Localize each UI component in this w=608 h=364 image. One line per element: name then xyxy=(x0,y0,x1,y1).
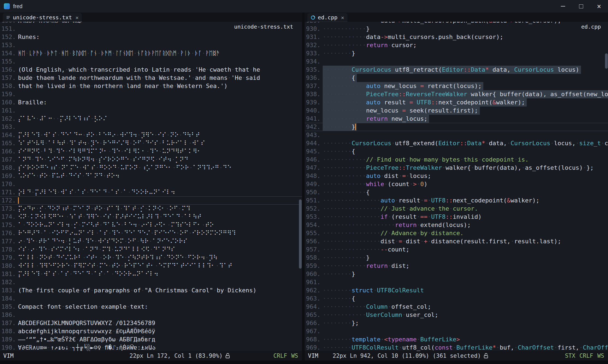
code-line[interactable]: 946.············//·Find·out·how·many·byt… xyxy=(305,156,608,164)
code-line[interactable]: 166.⠎⠊⠛⠝⠫·⠃⠹·⠹⠑·⠊⠇⠻⠛⠹⠍⠁⠝⠂·⠹⠑·⠊⠇⠻⠅⠂·⠹⠑·⠥⠝… xyxy=(0,147,302,156)
code-line[interactable]: 933.········} xyxy=(305,49,608,57)
code-viewport-right[interactable]: 929.················data->multi_cursors.… xyxy=(305,22,608,351)
code-line[interactable]: 167.⠁⠝⠙·⠹⠑·⠡⠊⠑⠋·⠍⠳⠗⠝⠻⠲·⡎⠊⠗⠕⠕⠛⠑·⠎⠊⠛⠝⠫·⠊⠞⠲… xyxy=(0,156,302,164)
line-number: 167. xyxy=(0,156,16,164)
code-line[interactable]: 939.············auto·result·=·UTF8::next… xyxy=(305,98,608,107)
code-line[interactable]: 938.············PieceTree::ReverseTreeWa… xyxy=(305,90,608,98)
code-line[interactable]: 935.········CursorLocus·utf8_retract(Edi… xyxy=(305,66,608,74)
code-line[interactable]: 956.················dist·=·dist·+·distan… xyxy=(305,237,608,245)
code-line[interactable]: 943. xyxy=(305,131,608,139)
code-line[interactable]: 178.⠊⠎·⠔·⠹⠑·⠎⠊⠍⠊⠇⠑⠆·⠁⠝⠙·⠍⠹·⠥⠝⠙⠁⠇⠇⠪⠫·⠙⠁⠝⠙… xyxy=(0,245,302,254)
code-line[interactable]: 934. xyxy=(305,57,608,66)
code-line[interactable]: 155. xyxy=(0,57,302,66)
lock-icon[interactable] xyxy=(484,353,489,359)
code-line[interactable]: 168.⡎⠊⠗⠕⠕⠛⠑⠰⠎·⠝⠁⠍⠑·⠺⠁⠎·⠛⠕⠕⠙·⠥⠏⠕⠝·⠰⡡⠁⠝⠛⠑⠂… xyxy=(0,164,302,172)
scrollbar-thumb[interactable] xyxy=(299,199,302,269)
code-line[interactable]: 152.Runes: xyxy=(0,33,302,41)
code-line[interactable]: 174.⠪⠝·⠅⠝⠪⠇⠫⠛⠑⠂·⠱⠁⠞·⠹⠻⠑·⠊⠎·⠏⠜⠞⠊⠊⠥⠇⠜⠇⠹·⠙⠑… xyxy=(0,213,302,221)
code-line[interactable]: 156.(Old·English,·which·transcribed·into… xyxy=(0,66,302,74)
scrollbar-right[interactable] xyxy=(605,22,608,351)
scrollbar-thumb[interactable] xyxy=(605,53,608,69)
code-line[interactable]: 187.ABCDEFGHIJKLMNOPQRSTUVWXYZ·/01234567… xyxy=(0,319,302,327)
code-line[interactable]: 961. xyxy=(305,278,608,286)
code-line[interactable]: 176.⠗⠑⠛⠜⠙·⠁·⠊⠕⠋⠋⠔⠤⠝⠁⠊⠇·⠁⠎·⠹⠑·⠙⠑⠁⠙⠑⠌·⠏⠊⠑⠊… xyxy=(0,229,302,237)
code-line[interactable]: 937.············auto·new_locus·=·retract… xyxy=(305,82,608,90)
code-line[interactable]: 963.········{ xyxy=(305,295,608,303)
code-line[interactable]: 941.············return·new_locus; xyxy=(305,115,608,123)
code-line[interactable]: 164.⡍⠜⠇⠑⠹·⠺⠁⠎·⠙⠑⠁⠙⠒·⠞⠕·⠃⠑⠛⠔·⠺⠊⠹⠲·⡹⠻⠑·⠊⠎·… xyxy=(0,131,302,139)
code-line[interactable]: 947.············PieceTree::TreeWalker·wa… xyxy=(305,164,608,172)
code-line[interactable]: 161. xyxy=(0,107,302,115)
code-line[interactable]: 952.················//·Just·advance·the·… xyxy=(305,205,608,213)
code-line[interactable]: 154.ᚻᛖ·ᚳᚹᚫᚦ·ᚦᚫᛏ·ᚻᛖ·ᛒᚢᛞᛖ·ᚩᚾ·ᚦᚫᛗ·ᛚᚪᚾᛞᛖ·ᚾᚩᚱ… xyxy=(0,49,302,57)
line-ending-indicator[interactable]: CRLF xyxy=(273,353,287,359)
code-line[interactable]: 165.⠱⠁⠞⠑⠧⠻·⠁⠃⠳⠞·⠹⠁⠞⠲·⡹⠑·⠗⠑⠛⠊⠌⠻·⠕⠋·⠙⠊⠎·⠃⠥… xyxy=(0,139,302,147)
code-line[interactable]: 950.············{ xyxy=(305,188,608,196)
code-line[interactable]: 944.········CursorLocus·utf8_extend(Edit… xyxy=(305,139,608,147)
code-line[interactable]: 964.············Column·offset_col; xyxy=(305,303,608,311)
code-line[interactable]: 945.········{ xyxy=(305,147,608,156)
code-line[interactable]: 929.················data->multi_cursors.… xyxy=(305,22,608,25)
code-line[interactable]: 959.············return·dist; xyxy=(305,262,608,270)
code-line[interactable]: 179.⠩⠁⠇⠇·⠝⠕⠞·⠙⠊⠌⠥⠗⠃·⠊⠞⠂·⠕⠗·⠹⠑·⡊⠳⠝⠞⠗⠹⠰⠎·⠙… xyxy=(0,254,302,262)
code-viewport-left[interactable]: 150.እግርህን·በፍራሽህ·ልክ·ዘርጋ።151.152.Runes:153… xyxy=(0,22,302,351)
code-line[interactable]: 171.⡕⠇⠙·⡍⠜⠇⠑⠹·⠺⠁⠎·⠁⠎·⠙⠑⠁⠙·⠁⠎·⠁·⠙⠕⠕⠗⠤⠝⠁⠊⠇… xyxy=(0,188,302,196)
code-line[interactable]: 957.················--count; xyxy=(305,245,608,254)
code-line[interactable]: 158.that·he·lived·in·the·northern·land·n… xyxy=(0,82,302,90)
code-line[interactable]: 184. xyxy=(0,295,302,303)
code-line[interactable]: 954.····················return·extend(lo… xyxy=(305,221,608,229)
code-line[interactable]: 930.············} xyxy=(305,25,608,33)
whitespace-indicator[interactable]: WS xyxy=(291,353,298,359)
code-line[interactable]: 965.············UserColumn·user_col; xyxy=(305,311,608,319)
code-line[interactable]: 181.⡍⠜⠇⠑⠹·⠺⠁⠎·⠁⠎·⠙⠑⠁⠙·⠁⠎·⠁·⠙⠕⠕⠗⠤⠝⠁⠊⠇⠲ xyxy=(0,270,302,278)
code-line[interactable]: 182. xyxy=(0,278,302,286)
code-line[interactable]: 948.············auto·dist·=·locus; xyxy=(305,172,608,180)
whitespace-indicator[interactable]: WS xyxy=(597,353,604,359)
code-line[interactable]: 172. xyxy=(0,196,302,205)
tab-unicode-stress-txt[interactable]: unicode-stress.txt ✕ xyxy=(3,13,82,22)
code-line[interactable]: 159. xyxy=(0,90,302,98)
code-line[interactable]: 173.⡍⠔⠙⠖·⡊·⠙⠕⠝⠰⠞·⠍⠑⠁⠝·⠞⠕·⠎⠁⠹·⠹⠁⠞·⡊·⠅⠝⠪⠂·… xyxy=(0,205,302,213)
code-line[interactable]: 175.⠁·⠙⠕⠕⠗⠤⠝⠁⠊⠇⠲·⡊·⠍⠊⠣⠞·⠙⠁⠧⠑·⠃⠑⠲·⠔⠊⠇⠔⠫⠂·… xyxy=(0,221,302,229)
pane-divider[interactable] xyxy=(302,13,305,364)
line-number: 172. xyxy=(0,196,16,205)
code-line[interactable]: 183.(The·first·couple·of·paragraphs·of·"… xyxy=(0,286,302,295)
code-line[interactable]: 162.⡌⠁⠧⠑·⠼⠁⠒··⡍⠜⠇⠑⠹⠰⠎·⡣⠕⠌ xyxy=(0,115,302,123)
code-line[interactable]: 967. xyxy=(305,327,608,335)
code-line[interactable]: 170. xyxy=(0,180,302,188)
tab-ed-cpp[interactable]: ed.cpp ✕ xyxy=(307,13,348,22)
code-line[interactable]: 969.········UTF8ColResult·utf8_col(const… xyxy=(305,344,608,351)
code-line[interactable]: 940.············new_locus·=·seek(result.… xyxy=(305,107,608,115)
code-line[interactable]: 169.⠡⠕⠎⠑·⠞⠕·⠏⠥⠞·⠙⠊⠎·⠙⠁⠝⠙·⠞⠕⠲ xyxy=(0,172,302,180)
code-line[interactable]: 180.⠺⠊⠇⠇·⠹⠻⠑⠋⠕⠗⠑·⠏⠻⠍⠊⠞·⠍⠑·⠞⠕·⠗⠑⠏⠑⠁⠞⠂·⠑⠍⠏… xyxy=(0,262,302,270)
encoding-indicator[interactable]: STX xyxy=(565,353,575,359)
code-line[interactable]: 955.················//·Advance·by·distan… xyxy=(305,229,608,237)
code-line[interactable]: 942.········} xyxy=(305,123,608,131)
code-line[interactable]: 932.············return·cursor; xyxy=(305,41,608,49)
code-line[interactable]: 962.········struct·UTF8ColResult xyxy=(305,286,608,295)
code-line[interactable]: 960.········} xyxy=(305,270,608,278)
code-line[interactable]: 188.abcdefghijklmnopqrstuvwxyz·£©µÀÆÖÞßé… xyxy=(0,327,302,335)
scrollbar-left[interactable] xyxy=(299,22,302,351)
code-line[interactable]: 177.⠔·⠹⠑·⠞⠗⠁⠙⠑⠲·⡃⠥⠞·⠹⠑·⠺⠊⠎⠙⠕⠍·⠕⠋·⠳⠗·⠁⠝⠊⠑… xyxy=(0,237,302,245)
code-line[interactable]: 966.········}; xyxy=(305,319,608,327)
code-line[interactable]: 936.········{ xyxy=(305,74,608,82)
code-line[interactable]: 163. xyxy=(0,123,302,131)
code-line[interactable]: 931.············data->multi_cursors.push… xyxy=(305,33,608,41)
lock-icon[interactable] xyxy=(225,353,230,359)
code-line[interactable]: 160.Braille: xyxy=(0,98,302,107)
code-line[interactable]: 153. xyxy=(0,41,302,49)
code-line[interactable]: 185.Compact·font·selection·example·text: xyxy=(0,303,302,311)
tab-close-button[interactable]: ✕ xyxy=(76,14,79,20)
code-line[interactable]: 186. xyxy=(0,311,302,319)
code-line[interactable]: 968.········template·<typename·BufferLik… xyxy=(305,335,608,344)
code-line[interactable]: 951.················auto·result·=·UTF8::… xyxy=(305,196,608,205)
line-ending-indicator[interactable]: CRLF xyxy=(579,353,593,359)
code-line[interactable]: 190.∀∂∈ℝ∧∪≡∞·↑↗↨↻⇣·┐┼╔╘░►☺♀·ﬁ�⑀₂ἠḂӥẄɐː⍎א… xyxy=(0,344,302,351)
code-line[interactable]: 958.············} xyxy=(305,254,608,262)
tab-close-button[interactable]: ✕ xyxy=(341,14,344,20)
code-line[interactable]: 953.················if·(result·==·UTF8::… xyxy=(305,213,608,221)
code-line[interactable]: 157.bude·thaem·lande·northweardum·with·t… xyxy=(0,74,302,82)
code-line[interactable]: 949.············while·(count·>·0) xyxy=(305,180,608,188)
code-line[interactable]: 189.–—‘“”„†•…‰™œŠŸž€·ΑΒΓΔΩαβγδω·АБВГДабв… xyxy=(0,335,302,344)
